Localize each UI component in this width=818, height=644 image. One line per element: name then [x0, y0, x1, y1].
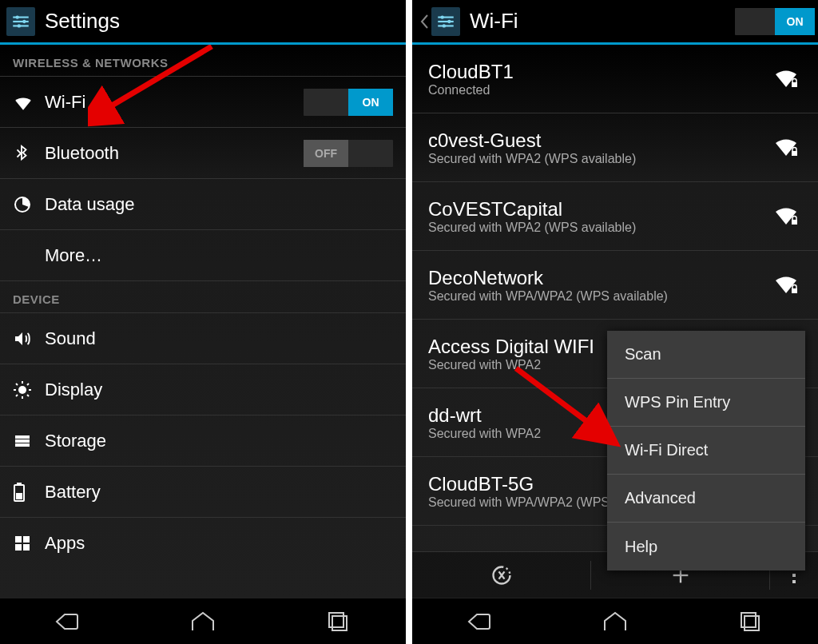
sound-icon	[13, 329, 45, 348]
settings-content: WIRELESS & NETWORKS Wi-Fi ON Bluetooth O…	[0, 45, 406, 598]
wifi-signal-icon	[770, 276, 802, 295]
wifi-network-row[interactable]: CoVESTCapital Secured with WPA2 (WPS ava…	[412, 182, 818, 251]
svg-point-35	[443, 24, 446, 27]
settings-icon	[6, 7, 35, 36]
settings-icon[interactable]	[431, 7, 460, 36]
back-button[interactable]	[456, 610, 504, 634]
wifi-header: Wi-Fi ON	[412, 0, 818, 45]
wifi-master-toggle[interactable]: ON	[735, 8, 815, 35]
home-button[interactable]	[591, 610, 639, 634]
recents-button[interactable]	[314, 610, 362, 634]
settings-item-more[interactable]: More…	[0, 230, 406, 281]
wifi-network-row[interactable]: CloudBT1 Connected	[412, 45, 818, 113]
svg-rect-20	[17, 483, 22, 485]
svg-line-15	[27, 384, 29, 385]
svg-point-33	[441, 15, 444, 18]
svg-rect-22	[15, 536, 22, 543]
svg-rect-37	[792, 151, 797, 156]
svg-line-13	[27, 395, 29, 396]
bluetooth-toggle[interactable]: OFF	[304, 140, 393, 167]
svg-line-14	[16, 395, 18, 396]
storage-icon	[13, 431, 45, 451]
wifi-label: Wi-Fi	[45, 92, 304, 113]
page-title: Settings	[45, 9, 403, 34]
wifi-toggle[interactable]: ON	[304, 89, 393, 116]
wifi-network-status: Connected	[428, 83, 770, 97]
settings-item-apps[interactable]: Apps	[0, 518, 406, 569]
wifi-network-status: Secured with WPA/WPA2 (WPS available)	[428, 289, 770, 304]
svg-rect-17	[15, 439, 30, 443]
wifi-icon	[13, 92, 45, 113]
storage-label: Storage	[45, 431, 393, 451]
data-usage-label: Data usage	[45, 194, 393, 215]
left-phone-settings: Settings WIRELESS & NETWORKS Wi-Fi ON Bl…	[0, 0, 406, 644]
wifi-network-row[interactable]: c0vest-Guest Secured with WPA2 (WPS avai…	[412, 113, 818, 182]
svg-rect-16	[15, 435, 30, 439]
svg-rect-29	[332, 616, 347, 630]
svg-line-12	[16, 384, 18, 385]
wifi-network-name: c0vest-Guest	[428, 129, 770, 152]
svg-rect-28	[329, 613, 343, 627]
section-header-device: DEVICE	[0, 281, 406, 313]
page-title: Wi-Fi	[470, 9, 735, 34]
settings-header: Settings	[0, 0, 406, 45]
svg-point-5	[18, 24, 21, 27]
wifi-network-name: CloudBT1	[428, 61, 770, 83]
svg-rect-50	[741, 613, 756, 627]
wifi-signal-icon	[770, 207, 802, 226]
wifi-content: CloudBT1 Connected c0vest-Guest Secured …	[412, 45, 818, 598]
sound-label: Sound	[45, 328, 393, 349]
section-header-wireless: WIRELESS & NETWORKS	[0, 45, 406, 77]
wps-button[interactable]	[412, 564, 590, 586]
svg-rect-25	[23, 544, 30, 551]
bluetooth-label: Bluetooth	[45, 143, 304, 164]
home-button[interactable]	[179, 610, 227, 634]
svg-rect-39	[792, 288, 797, 293]
apps-label: Apps	[45, 533, 393, 554]
recents-button[interactable]	[726, 610, 774, 634]
svg-point-3	[16, 15, 19, 18]
wifi-overflow-menu: Scan WPS Pin Entry Wi-Fi Direct Advanced…	[607, 331, 805, 570]
svg-rect-38	[792, 220, 797, 225]
svg-point-7	[18, 386, 26, 394]
battery-icon	[13, 482, 45, 503]
svg-rect-46	[792, 574, 796, 577]
more-label: More…	[45, 245, 393, 266]
back-button[interactable]	[44, 610, 92, 634]
settings-item-sound[interactable]: Sound	[0, 313, 406, 364]
wifi-signal-icon	[770, 70, 802, 89]
svg-rect-47	[792, 580, 796, 583]
settings-item-display[interactable]: Display	[0, 364, 406, 415]
display-icon	[13, 380, 45, 400]
battery-label: Battery	[45, 482, 393, 503]
data-usage-icon	[13, 195, 45, 214]
display-label: Display	[45, 380, 393, 400]
wifi-signal-icon	[770, 138, 802, 157]
menu-item-wps-pin[interactable]: WPS Pin Entry	[607, 379, 805, 427]
wifi-network-name: DecoNetwork	[428, 267, 770, 289]
settings-item-wifi[interactable]: Wi-Fi ON	[0, 77, 406, 128]
svg-point-34	[447, 19, 451, 22]
svg-rect-23	[23, 536, 30, 543]
settings-item-storage[interactable]: Storage	[0, 415, 406, 467]
svg-rect-36	[792, 82, 797, 87]
settings-item-data-usage[interactable]: Data usage	[0, 179, 406, 230]
wifi-network-status: Secured with WPA2 (WPS available)	[428, 152, 770, 166]
svg-rect-24	[15, 544, 22, 551]
settings-item-bluetooth[interactable]: Bluetooth OFF	[0, 128, 406, 179]
menu-item-wifi-direct[interactable]: Wi-Fi Direct	[607, 427, 805, 475]
back-caret-icon[interactable]	[419, 14, 430, 30]
svg-point-4	[22, 19, 26, 22]
svg-rect-21	[16, 493, 22, 499]
wifi-network-status: Secured with WPA2 (WPS available)	[428, 221, 770, 235]
menu-item-help[interactable]: Help	[607, 523, 805, 570]
settings-item-battery[interactable]: Battery	[0, 467, 406, 518]
nav-bar	[0, 598, 406, 644]
svg-rect-51	[745, 616, 759, 630]
wifi-network-row[interactable]: DecoNetwork Secured with WPA/WPA2 (WPS a…	[412, 251, 818, 320]
wifi-network-name: CoVESTCapital	[428, 198, 770, 221]
menu-item-scan[interactable]: Scan	[607, 331, 805, 379]
svg-rect-18	[15, 443, 30, 447]
menu-item-advanced[interactable]: Advanced	[607, 475, 805, 523]
bluetooth-icon	[13, 143, 45, 164]
